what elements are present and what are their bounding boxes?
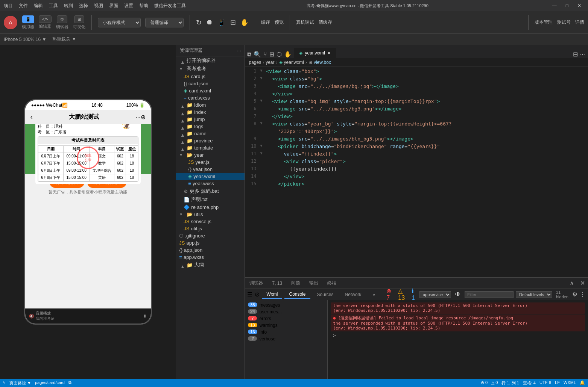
file-item-readme-php[interactable]: 🔷 re adme.php (176, 204, 245, 211)
debug-warnings[interactable]: 13 warnings (246, 322, 326, 329)
real-machine-button[interactable]: 真机调试 (296, 19, 314, 26)
close-button[interactable]: ✕ (574, 2, 584, 10)
record-button[interactable]: ⏺ (206, 18, 213, 26)
more-icon-2[interactable]: ⋮ (580, 291, 586, 298)
level-selector[interactable]: Default levels (516, 291, 552, 298)
play-icon[interactable]: ⏸ (143, 314, 147, 318)
debugger-button[interactable]: ⚙ (57, 15, 67, 23)
page-path-label[interactable]: 页面路径 ▼ (9, 380, 31, 386)
minimize-button[interactable]: — (549, 2, 560, 10)
folder-outline[interactable]: ▶ 📁 大纲 (176, 261, 245, 269)
debug-errors[interactable]: 7 errors (246, 315, 326, 322)
branch-icon[interactable]: ⑂ (263, 51, 267, 58)
bell-icon[interactable]: 🔔 (580, 380, 585, 386)
file-item-year-json[interactable]: {} year.json (176, 166, 245, 173)
menu-item-edit[interactable]: 编辑 (34, 3, 43, 9)
hotkey-toggle[interactable]: 热重载关 ▼ (52, 36, 76, 42)
debug-info[interactable]: 16 info (246, 329, 326, 336)
split-editor-icon[interactable]: ⊟ (573, 51, 578, 58)
console-prompt[interactable]: > (331, 332, 585, 339)
console-sources-tab[interactable]: Sources (313, 290, 338, 299)
filter-input[interactable] (465, 291, 514, 298)
hand-button[interactable]: ✋ (240, 18, 249, 27)
console-wxml-tab[interactable]: Wxml (262, 290, 282, 299)
folder-template[interactable]: ▶ 📁 template (176, 144, 245, 151)
device-selector[interactable]: iPhone 5 100% 16 ▼ (4, 37, 46, 42)
camera-icon[interactable]: ⊕ (141, 113, 146, 121)
menu-item-interface[interactable]: 界面 (109, 3, 118, 9)
problems-tab[interactable]: 问题 (287, 278, 305, 288)
folder-utils[interactable]: ▼ 📂 utils (176, 211, 245, 218)
problems-count-tab[interactable]: 7, 13 (267, 279, 287, 287)
appservice-selector[interactable]: appservice (419, 291, 451, 298)
debugger-tab[interactable]: 调试器 (245, 278, 267, 288)
debug-verbose[interactable]: 2 verbose (246, 336, 326, 342)
file-item-util-js[interactable]: JS util.js (176, 225, 245, 232)
panel-expand-icon[interactable]: ∧ (567, 280, 577, 287)
file-item-source-bat[interactable]: ⚙ 更多 源码.bat (176, 187, 245, 195)
file-item-card-json[interactable]: {} card.json (176, 80, 245, 87)
file-item-year-js[interactable]: JS year.js (176, 159, 245, 166)
console-sidebar-icon[interactable]: ☰ (247, 291, 252, 298)
menu-item-tool[interactable]: 工具 (49, 3, 58, 9)
settings-icon[interactable]: ⚙ (572, 291, 577, 298)
output-tab[interactable]: 输出 (305, 278, 323, 288)
menu-item-settings[interactable]: 设置 (124, 3, 133, 9)
file-item-app-json[interactable]: {} app.json (176, 246, 245, 254)
editor-button[interactable]: </> (39, 15, 52, 23)
search-icon[interactable]: 🔍 (254, 51, 261, 58)
menu-item-view[interactable]: 视图 (94, 3, 103, 9)
copy-page-icon[interactable]: ⧉ (68, 380, 71, 386)
file-item-year-wxss[interactable]: ≡ year.wxss (176, 180, 245, 187)
terminal-tab[interactable]: 终端 (323, 278, 341, 288)
copy-icon[interactable]: ⧉ (247, 51, 251, 58)
file-item-declaration-txt[interactable]: 📄 声明.txt (176, 195, 245, 204)
file-explorer-menu-icon[interactable]: ··· (237, 48, 241, 53)
folder-year[interactable]: ▼ 📂 year (176, 151, 245, 159)
split-button[interactable]: ⊟ (230, 18, 236, 27)
file-item-card-wxss[interactable]: ≡ card.wxss (176, 94, 245, 101)
folder-idiom[interactable]: ▶ 📁 idiom (176, 101, 245, 109)
debug-user-messages[interactable]: 24 user mes... (246, 308, 326, 315)
clear-cache-button[interactable]: 清缓存 (319, 19, 332, 26)
code-editor[interactable]: 1 ▼ <view class="box"> 2 ▼ <view class="… (245, 67, 588, 277)
compile-dropdown[interactable]: 普通编译 (145, 18, 184, 27)
test-button[interactable]: 测试号 (557, 19, 571, 26)
menu-item-project[interactable]: 项目 (4, 3, 13, 9)
folder-index[interactable]: ▶ 📁 index (176, 109, 245, 116)
file-item-service-js[interactable]: JS service.js (176, 218, 245, 225)
grid-icon[interactable]: ⊞ (269, 51, 274, 58)
debug-all-messages[interactable]: 38 messages (246, 302, 326, 308)
mode-dropdown[interactable]: 小程序模式 (98, 18, 141, 27)
hand2-icon[interactable]: ✋ (284, 51, 292, 58)
tab-year-wxml[interactable]: ◈ year.wxml ✕ (294, 48, 336, 58)
panel-close-icon[interactable]: ✕ (577, 280, 588, 287)
compile-run-button[interactable]: 编译 (261, 19, 270, 26)
menu-item-help[interactable]: 帮助 (139, 3, 148, 9)
menu-item-wechat[interactable]: 微信开发者工具 (154, 3, 186, 9)
menu-item-file[interactable]: 文件 (19, 3, 28, 9)
share2-icon[interactable]: ⬡ (277, 51, 282, 58)
console-clear-icon[interactable]: ⊘ (255, 291, 260, 298)
menu-item-goto[interactable]: 转到 (64, 3, 73, 9)
console-more-tab[interactable]: » (368, 290, 380, 299)
more-icon[interactable]: ··· (135, 114, 140, 121)
phone-button[interactable]: 📱 (217, 18, 226, 27)
more-options-icon[interactable]: ··· (580, 51, 585, 58)
menu-item-select[interactable]: 选择 (79, 3, 88, 9)
folder-name[interactable]: ▶ 📁 name (176, 130, 245, 137)
preview-button[interactable]: 预览 (275, 19, 284, 26)
folder-logs[interactable]: ▶ 📁 logs (176, 123, 245, 130)
file-item-gitignore[interactable]: ⬡ .gitignore (176, 232, 245, 239)
visual-button[interactable]: ⊞ (74, 15, 84, 23)
opened-editors-section[interactable]: ▶ 打开的编辑器 (176, 56, 245, 65)
console-network-tab[interactable]: Network (340, 290, 366, 299)
tab-close-icon[interactable]: ✕ (327, 51, 331, 56)
folder-province[interactable]: ▶ 📁 province (176, 137, 245, 144)
refresh-button[interactable]: ↻ (196, 18, 202, 27)
console-tab[interactable]: Console (284, 290, 310, 299)
eye-icon[interactable]: 👁 (453, 291, 462, 298)
version-mgr-button[interactable]: 版本管理 (535, 19, 553, 26)
file-item-card-js[interactable]: JS card.js (176, 73, 245, 80)
file-item-app-wxss[interactable]: ≡ app.wxss (176, 254, 245, 261)
